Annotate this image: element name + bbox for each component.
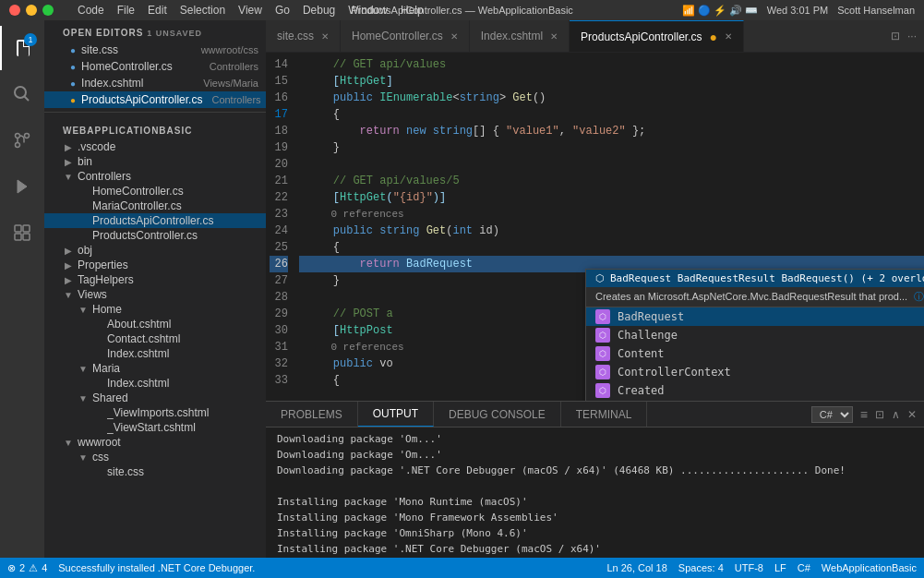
tab-close-icon[interactable]: ✕ [550, 31, 558, 42]
panel-right-controls: C# ≡ ⊡ ∧ ✕ [811, 406, 924, 423]
line-ending-info[interactable]: LF [774, 562, 786, 573]
output-line: Installing package '.NET Core Debugger (… [277, 541, 913, 557]
project-name[interactable]: WebApplicationBasic [822, 562, 917, 573]
tab-close-icon[interactable]: ✕ [725, 31, 732, 42]
panel-split-icon[interactable]: ⊡ [875, 408, 884, 421]
tree-maria[interactable]: ▼ Maria [44, 361, 266, 376]
panel-maximize-icon[interactable]: ∧ [892, 408, 900, 421]
item-icon: ⬡ [595, 328, 610, 343]
code-line-15: [HttpGet] [299, 73, 924, 90]
status-message: Successfully installed .NET Core Debugge… [58, 562, 255, 573]
tree-productscontroller[interactable]: ProductsController.cs [44, 228, 266, 243]
tree-css[interactable]: ▼ css [44, 450, 266, 464]
autocomplete-item-controllercontext[interactable]: ⬡ ControllerContext [586, 363, 924, 381]
autocomplete-item-content[interactable]: ⬡ Content [586, 344, 924, 363]
tab-close-icon[interactable]: ✕ [321, 31, 329, 42]
arrow-icon: ▼ [76, 452, 90, 463]
panel-tab-output[interactable]: OUTPUT [358, 402, 434, 427]
autocomplete-item-badrequest[interactable]: ⬡ BadRequest [586, 307, 924, 326]
tree-index-maria[interactable]: Index.cshtml [44, 376, 266, 391]
panel-close-icon[interactable]: ✕ [907, 408, 917, 421]
tree-index-home[interactable]: Index.cshtml [44, 346, 266, 361]
split-editor-icon[interactable]: ⊡ [891, 30, 900, 42]
item-icon: ⬡ [595, 346, 610, 361]
svg-point-0 [15, 87, 26, 98]
close-button[interactable] [9, 5, 20, 16]
menu-edit[interactable]: Edit [148, 4, 167, 17]
tree-vscode[interactable]: ▶ .vscode [44, 139, 266, 154]
output-line: Downloading package 'Om...' [277, 431, 913, 447]
open-editor-homecontroller[interactable]: ● HomeController.cs Controllers [44, 58, 266, 75]
language-selector[interactable]: C# [811, 406, 853, 423]
panel-output: Downloading package 'Om...' Downloading … [266, 427, 924, 558]
tab-sitecss[interactable]: site.css ✕ [266, 20, 341, 52]
git-activity-icon[interactable] [0, 118, 44, 163]
spaces-info[interactable]: Spaces: 4 [678, 562, 724, 573]
tree-bin[interactable]: ▶ bin [44, 154, 266, 169]
tab-productsapi[interactable]: ProductsApiController.cs ● ✕ [570, 20, 744, 52]
encoding-info[interactable]: UTF-8 [735, 562, 763, 573]
arrow-icon: ▼ [61, 438, 76, 448]
autocomplete-dropdown[interactable]: ⬡ BadRequest BadRequestResult BadRequest… [585, 269, 924, 401]
output-line [277, 478, 913, 494]
cursor-position[interactable]: Ln 26, Col 18 [606, 562, 666, 573]
maximize-button[interactable] [42, 5, 54, 16]
tree-shared[interactable]: ▼ Shared [44, 391, 266, 405]
menu-go[interactable]: Go [275, 4, 290, 17]
tree-home[interactable]: ▼ Home [44, 302, 266, 317]
files-activity-icon[interactable]: 1 [0, 26, 44, 70]
tree-obj[interactable]: ▶ obj [44, 243, 266, 258]
panel-tab-terminal[interactable]: TERMINAL [561, 402, 648, 427]
arrow-icon: ▼ [61, 290, 76, 300]
search-activity-icon[interactable] [0, 72, 44, 116]
debug-activity-icon[interactable] [0, 164, 44, 209]
menu-view[interactable]: View [238, 4, 262, 17]
panel-list-icon[interactable]: ≡ [860, 407, 868, 422]
explorer-section: WEBAPPLICATIONBASIC ▶ .vscode ▶ bin ▼ Co… [44, 113, 266, 485]
arrow-icon: ▼ [61, 172, 76, 182]
tree-taghelpers[interactable]: ▶ TagHelpers [44, 272, 266, 287]
tree-wwwroot[interactable]: ▼ wwwroot [44, 435, 266, 450]
menu-debug[interactable]: Debug [303, 4, 335, 17]
tree-about[interactable]: About.cshtml [44, 317, 266, 331]
item-icon: ⬡ [595, 365, 610, 379]
arrow-icon: ▶ [61, 275, 76, 285]
tree-sitecss[interactable]: site.css [44, 464, 266, 479]
status-bar: ⊗ 2 ⚠ 4 Successfully installed .NET Core… [0, 558, 924, 578]
menu-selection[interactable]: Selection [180, 4, 225, 17]
tree-controllers[interactable]: ▼ Controllers [44, 169, 266, 184]
panel-tab-problems[interactable]: PROBLEMS [266, 402, 358, 427]
arrow-icon: ▼ [76, 305, 90, 315]
tree-properties[interactable]: ▶ Properties [44, 258, 266, 272]
panel-tab-debug[interactable]: DEBUG CONSOLE [434, 402, 561, 427]
tree-mariacontroller[interactable]: MariaController.cs [44, 199, 266, 213]
autocomplete-item-challenge[interactable]: ⬡ Challenge [586, 326, 924, 344]
output-line [277, 557, 913, 558]
tree-viewimports[interactable]: _ViewImports.cshtml [44, 405, 266, 420]
open-editor-productsapi[interactable]: ● ProductsApiController.cs Controllers [44, 91, 266, 108]
more-actions-icon[interactable]: ··· [907, 30, 917, 42]
open-editor-index[interactable]: ● Index.cshtml Views/Maria [44, 75, 266, 91]
status-errors[interactable]: ⊗ 2 ⚠ 4 [7, 562, 47, 574]
autocomplete-item-createdataction[interactable]: ⬡ CreatedAtAction [586, 400, 924, 401]
code-line-17: { [299, 106, 924, 123]
tree-views[interactable]: ▼ Views [44, 287, 266, 302]
tab-index[interactable]: Index.cshtml ✕ [470, 20, 570, 52]
tree-viewstart[interactable]: _ViewStart.cshtml [44, 420, 266, 435]
minimize-button[interactable] [26, 5, 37, 16]
autocomplete-item-created[interactable]: ⬡ Created [586, 381, 924, 400]
menu-file[interactable]: File [117, 4, 135, 17]
tree-contact[interactable]: Contact.cshtml [44, 331, 266, 346]
error-icon: ⊗ [7, 562, 16, 574]
language-mode[interactable]: C# [798, 562, 810, 573]
error-count: 2 [19, 562, 25, 573]
open-editor-site-css[interactable]: ● site.css wwwroot/css [44, 42, 266, 58]
tab-homecontroller[interactable]: HomeController.cs ✕ [341, 20, 470, 52]
extensions-activity-icon[interactable] [0, 211, 44, 255]
tree-homecontroller[interactable]: HomeController.cs [44, 184, 266, 199]
tab-close-icon[interactable]: ✕ [450, 31, 458, 42]
explorer-project-title: WEBAPPLICATIONBASIC [44, 118, 266, 139]
tree-productsapicontroller[interactable]: ProductsApiController.cs [44, 213, 266, 228]
menu-code[interactable]: Code [78, 4, 104, 17]
warning-count: 4 [42, 562, 47, 573]
